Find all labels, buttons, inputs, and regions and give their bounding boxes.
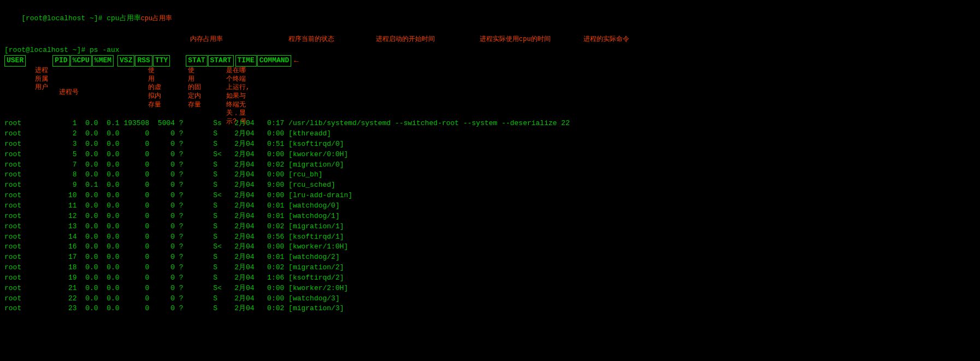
- prompt-line-1: [root@localhost ~]# cpu占用率cpu占用率: [4, 3, 976, 34]
- table-row: root 10 0.0 0.0 0 0 ? S< 2月04 0:00 [lru-…: [4, 191, 976, 201]
- ann-state-label: 程序当前的状态: [288, 34, 334, 44]
- table-row: root 11 0.0 0.0 0 0 ? S 2月04 0:01 [watch…: [4, 201, 976, 211]
- ann-user-label: 进程所属用户: [35, 67, 48, 92]
- ann-mem-label: 内存占用率: [190, 34, 223, 44]
- table-row: root 3 0.0 0.0 0 0 ? S 2月04 0:51 [ksofti…: [4, 139, 976, 150]
- col-vsz: VSZ: [117, 55, 134, 67]
- col-command: COMMAND: [257, 55, 292, 67]
- ann-cmd-label: 进程的实际命令: [583, 34, 629, 44]
- table-row: root 21 0.0 0.0 0 0 ? S< 2月04 0:00 [kwor…: [4, 283, 976, 294]
- table-row: root 22 0.0 0.0 0 0 ? S 2月04 0:00 [watch…: [4, 294, 976, 304]
- table-row: root 14 0.0 0.0 0 0 ? S 2月04 0:56 [ksoft…: [4, 232, 976, 242]
- table-row: root 5 0.0 0.0 0 0 ? S< 2月04 0:00 [kwork…: [4, 150, 976, 160]
- table-row: root 12 0.0 0.0 0 0 ? S 2月04 0:01 [watch…: [4, 211, 976, 222]
- col-rss: RSS: [135, 55, 152, 67]
- col-pid: PID: [52, 55, 69, 67]
- terminal-window: [root@localhost ~]# cpu占用率cpu占用率 内存占用率 程…: [4, 3, 976, 314]
- col-time: TIME: [235, 55, 257, 67]
- table-row: root 7 0.0 0.0 0 0 ? S 2月04 0:02 [migrat…: [4, 160, 976, 170]
- table-row: root 2 0.0 0.0 0 0 ? S 2月04 0:00 [kthrea…: [4, 129, 976, 139]
- ann-cpu-label: cpu占用率: [141, 15, 173, 22]
- col-cpu: %CPU: [70, 55, 92, 67]
- table-row: root 13 0.0 0.0 0 0 ? S 2月04 0:02 [migra…: [4, 222, 976, 232]
- ann-cputime-label: 进程实际使用cpu的时间: [480, 34, 551, 44]
- table-row: root 17 0.0 0.0 0 0 ? S 2月04 0:01 [watch…: [4, 252, 976, 263]
- col-stat: STAT: [186, 55, 207, 67]
- table-row: root 8 0.0 0.0 0 0 ? S 2月04 0:00 [rcu_bh…: [4, 170, 976, 180]
- ann-tty-label: 是在哪个终端上运行,如果与终端无关，显示? 号: [226, 67, 250, 126]
- header-row: USER PID %CPU %MEM VSZ RSS TTY STAT STAR…: [4, 55, 976, 67]
- col-user: USER: [4, 55, 26, 67]
- ann-start-label: 进程启动的开始时间: [376, 34, 435, 44]
- table-row: root 23 0.0 0.0 0 0 ? S 2月04 0:02 [migra…: [4, 304, 976, 314]
- arrow-right-icon: ←: [294, 56, 298, 67]
- col-mem: %MEM: [92, 55, 114, 67]
- col-tty: TTY: [153, 55, 170, 67]
- prompt-line-2: [root@localhost ~]# ps -aux: [4, 45, 976, 56]
- ann-pid-label: 进程号: [59, 88, 79, 97]
- table-row: root 19 0.0 0.0 0 0 ? S 2月04 1:06 [ksoft…: [4, 273, 976, 283]
- prompt-text-1: [root@localhost ~]# cpu占用率: [21, 14, 140, 22]
- ann-vsz-label: 使用的虚拟内存量: [148, 67, 161, 109]
- table-row: root 9 0.1 0.0 0 0 ? S 2月04 9:00 [rcu_sc…: [4, 180, 976, 191]
- data-rows: root 1 0.0 0.1 193508 5004 ? Ss 2月04 0:1…: [4, 119, 976, 314]
- annotation-row-side: 使用的虚拟内存量 使用的固定内存量 是在哪个终端上运行,如果与终端无关，显示? …: [4, 67, 976, 121]
- annotation-row-top: 内存占用率 程序当前的状态 进程启动的开始时间 进程实际使用cpu的时间 进程的…: [4, 34, 976, 45]
- table-row: root 18 0.0 0.0 0 0 ? S 2月04 0:02 [migra…: [4, 263, 976, 273]
- ann-rss-label: 使用的固定内存量: [188, 67, 201, 109]
- col-start: START: [208, 55, 234, 67]
- table-row: root 16 0.0 0.0 0 0 ? S< 2月04 0:00 [kwor…: [4, 242, 976, 252]
